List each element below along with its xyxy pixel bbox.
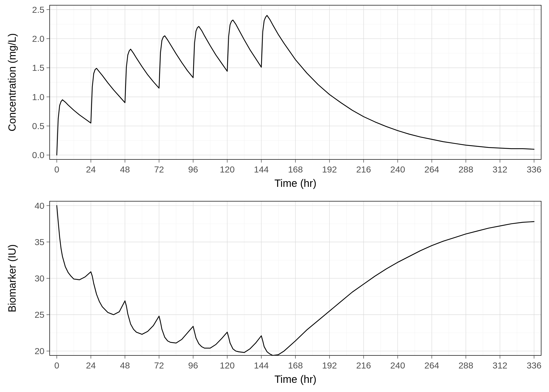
- x-tick-label: 312: [493, 360, 507, 370]
- x-tick-label: 120: [220, 164, 235, 174]
- chart-stack: 0244872961201441681922162402642883123360…: [0, 0, 549, 392]
- x-tick-label: 0: [54, 360, 59, 370]
- x-tick-label: 168: [288, 360, 303, 370]
- x-axis-title: Time (hr): [274, 177, 317, 189]
- x-tick-label: 168: [288, 164, 303, 174]
- x-tick-label: 336: [527, 164, 541, 174]
- y-tick-label: 0.0: [32, 150, 44, 160]
- x-axis-title: Time (hr): [274, 373, 317, 385]
- x-tick-label: 96: [188, 164, 198, 174]
- chart-biomarker: 0244872961201441681922162402642883123362…: [0, 196, 549, 392]
- y-tick-label: 30: [35, 273, 44, 283]
- x-tick-label: 264: [424, 164, 439, 174]
- panel-concentration: 0244872961201441681922162402642883123360…: [0, 0, 549, 196]
- panel-biomarker: 0244872961201441681922162402642883123362…: [0, 196, 549, 392]
- x-tick-label: 96: [188, 360, 198, 370]
- x-tick-label: 24: [86, 360, 96, 370]
- y-tick-label: 35: [35, 237, 44, 247]
- x-tick-label: 240: [390, 360, 405, 370]
- x-tick-label: 120: [220, 360, 235, 370]
- x-tick-label: 288: [459, 164, 473, 174]
- y-tick-label: 0.5: [32, 121, 44, 131]
- x-tick-label: 336: [527, 360, 541, 370]
- y-tick-label: 1.5: [32, 63, 44, 73]
- y-tick-label: 40: [35, 201, 44, 211]
- x-tick-label: 216: [356, 164, 371, 174]
- y-tick-label: 2.0: [32, 34, 44, 44]
- y-tick-label: 20: [35, 346, 44, 356]
- y-tick-label: 2.5: [32, 5, 44, 15]
- x-tick-label: 144: [254, 164, 269, 174]
- chart-concentration: 0244872961201441681922162402642883123360…: [0, 0, 549, 196]
- x-tick-label: 0: [54, 164, 59, 174]
- x-tick-label: 144: [254, 360, 269, 370]
- x-tick-label: 48: [120, 360, 130, 370]
- x-tick-label: 312: [493, 164, 507, 174]
- y-tick-label: 1.0: [32, 92, 44, 102]
- x-tick-label: 72: [154, 360, 164, 370]
- x-tick-label: 264: [424, 360, 439, 370]
- x-tick-label: 72: [154, 164, 164, 174]
- x-tick-label: 288: [459, 360, 473, 370]
- y-tick-label: 25: [35, 310, 44, 320]
- x-tick-label: 216: [356, 360, 371, 370]
- y-axis-title: Concentration (mg/L): [6, 33, 18, 131]
- x-tick-label: 240: [390, 164, 405, 174]
- x-tick-label: 192: [322, 360, 337, 370]
- x-tick-label: 192: [322, 164, 337, 174]
- x-tick-label: 24: [86, 164, 96, 174]
- y-axis-title: Biomarker (IU): [6, 244, 18, 312]
- x-tick-label: 48: [120, 164, 130, 174]
